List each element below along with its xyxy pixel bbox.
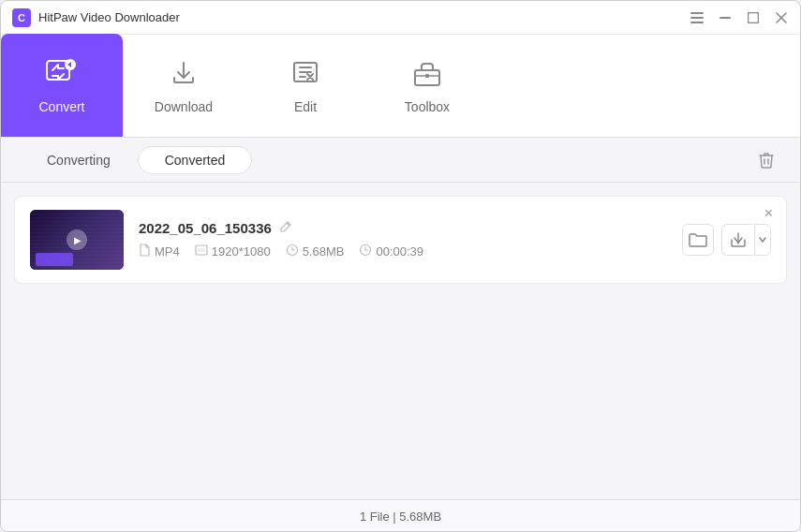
nav-tab-edit[interactable]: Edit	[245, 34, 366, 137]
open-folder-button[interactable]	[682, 224, 714, 256]
minimize-button[interactable]	[718, 10, 733, 25]
subtab-converted[interactable]: Converted	[138, 146, 253, 174]
thumbnail-inner: ▶	[30, 210, 124, 270]
convert-export-button[interactable]	[721, 224, 753, 256]
nav-tab-download[interactable]: Download	[123, 34, 245, 137]
meta-resolution: 1920*1080	[195, 244, 271, 259]
title-bar: C HitPaw Video Downloader	[1, 1, 800, 35]
svg-rect-11	[425, 74, 429, 78]
status-text: 1 File | 5.68MB	[360, 510, 441, 524]
svg-rect-12	[196, 245, 207, 255]
close-button[interactable]	[774, 10, 789, 25]
svg-rect-3	[719, 17, 731, 19]
maximize-button[interactable]	[746, 10, 761, 25]
convert-tab-label: Convert	[38, 99, 84, 114]
nav-tab-convert[interactable]: Convert	[1, 34, 123, 137]
toolbox-icon	[412, 57, 442, 92]
card-close-button[interactable]: ×	[764, 206, 773, 221]
card-actions	[682, 224, 771, 256]
download-icon	[169, 57, 199, 92]
window-controls	[690, 10, 789, 25]
resolution-icon	[195, 244, 208, 259]
meta-format: MP4	[139, 244, 180, 259]
nav-bar: Convert Download Edit	[1, 35, 800, 138]
svg-rect-0	[690, 12, 704, 14]
app-logo: C	[12, 8, 31, 27]
video-format: MP4	[155, 244, 180, 259]
video-info: 2022_05_06_150336 MP4	[139, 220, 667, 259]
download-tab-label: Download	[155, 99, 213, 114]
app-title: HitPaw Video Downloader	[38, 10, 690, 24]
convert-icon	[45, 57, 79, 92]
toolbox-tab-label: Toolbox	[405, 99, 450, 114]
video-duration: 00:00:39	[376, 244, 423, 259]
size-icon	[286, 244, 299, 259]
video-card: × ▶ 2022_05_06_150336	[14, 196, 787, 284]
video-resolution: 1920*1080	[212, 244, 271, 259]
svg-rect-1	[690, 17, 704, 19]
convert-dropdown-button[interactable]	[754, 224, 771, 256]
menu-icon[interactable]	[690, 10, 705, 25]
duration-icon	[359, 244, 372, 259]
sub-tab-bar: Converting Converted	[1, 138, 800, 183]
status-bar: 1 File | 5.68MB	[1, 499, 800, 532]
video-title: 2022_05_06_150336	[139, 220, 272, 236]
video-edit-icon[interactable]	[279, 220, 292, 236]
video-meta: MP4 1920*1080	[139, 244, 667, 259]
svg-rect-4	[749, 12, 759, 22]
format-icon	[139, 244, 151, 259]
edit-icon	[290, 57, 320, 92]
sub-tab-actions	[751, 145, 781, 175]
meta-duration: 00:00:39	[359, 244, 423, 259]
svg-rect-2	[690, 22, 704, 23]
nav-tab-toolbox[interactable]: Toolbox	[366, 34, 488, 137]
main-content: × ▶ 2022_05_06_150336	[1, 183, 800, 499]
video-size: 5.68MB	[303, 244, 345, 259]
edit-tab-label: Edit	[294, 99, 317, 114]
thumbnail-accent	[36, 253, 73, 266]
video-thumbnail: ▶	[30, 210, 124, 270]
subtab-converting[interactable]: Converting	[20, 146, 138, 174]
meta-size: 5.68MB	[286, 244, 345, 259]
play-icon: ▶	[67, 229, 87, 250]
trash-button[interactable]	[751, 145, 781, 175]
video-title-row: 2022_05_06_150336	[139, 220, 667, 236]
convert-action-group	[721, 224, 771, 256]
